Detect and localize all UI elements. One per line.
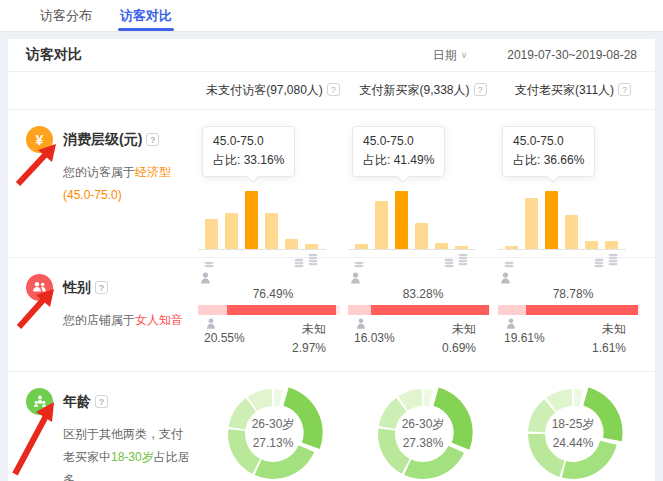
consumption-chart-new-buyers: 45.0-75.0 占比: 41.49% [348,110,498,269]
highlight-text: 女人知音 [135,313,183,327]
donut-segment[interactable] [379,398,407,429]
gender-bar-legend: 19.61% 未知 1.61% [498,318,640,357]
visitor-compare-card: 访客对比 日期 ∨ 2019-07-30~2019-08-28 未支付访客(97… [8,39,655,481]
female-segment[interactable] [526,305,638,315]
female-segment[interactable] [371,305,489,315]
gender-people-icon [26,274,53,301]
gender-chart-new-buyers: 83.28% 16.03% 未知 0.69% [348,258,498,371]
chart-tooltip: 45.0-75.0 占比: 33.16% [202,126,295,177]
section-title: 性别? [63,279,108,297]
gender-bar[interactable] [198,305,340,315]
gender-chart-repeat-buyers: 78.78% 19.61% 未知 1.61% [498,258,648,371]
tooltip-caret [547,172,558,183]
donut-segment[interactable] [378,429,410,474]
female-icon [198,272,348,286]
donut-segment[interactable] [433,387,472,449]
unknown-stat: 未知 2.97% [292,318,326,357]
help-icon[interactable]: ? [327,83,340,96]
date-range-value[interactable]: 2019-07-30~2019-08-28 [507,48,637,62]
bar[interactable] [285,239,298,249]
male-icon [504,318,545,331]
male-stat: 20.55% [204,318,245,357]
bar[interactable] [395,191,408,249]
bar[interactable] [375,201,388,249]
help-icon[interactable]: ? [618,83,631,96]
tab-visitor-distribution[interactable]: 访客分布 [40,0,92,31]
section-consumption-level: ¥ 消费层级(元)? 您的访客属于经济型(45.0-75.0) 45.0-75.… [8,110,655,258]
tab-label: 访客对比 [120,7,172,25]
female-icon [498,272,648,286]
bar[interactable] [205,219,218,249]
unknown-segment[interactable] [336,305,340,315]
column-header-new-buyers: 支付新买家(9,338人)? [348,82,498,99]
donut-segment[interactable] [574,389,583,407]
page-title: 访客对比 [26,46,82,64]
bar-chart[interactable] [498,186,626,250]
section-description: 您的店铺属于女人知音 [63,309,191,332]
male-segment[interactable] [498,305,526,315]
bar[interactable] [305,244,318,249]
bar[interactable] [225,213,238,249]
bar[interactable] [565,215,578,249]
donut-segment[interactable] [528,434,565,477]
chevron-down-icon[interactable]: ∨ [461,50,468,60]
donut-segment[interactable] [424,389,433,407]
tab-label: 访客分布 [40,7,92,25]
bar[interactable] [245,191,258,249]
date-filter-label[interactable]: 日期 [433,47,457,64]
unknown-segment[interactable] [638,305,640,315]
gender-bar-legend: 20.55% 未知 2.97% [198,318,340,357]
column-headers: 未支付访客(97,080人)? 支付新买家(9,338人)? 支付老买家(311… [8,72,655,110]
section-gender: 性别? 您的店铺属于女人知音 76.49% 20.55% [8,258,655,372]
bar-chart[interactable] [348,186,476,250]
active-tab-underline [118,28,174,31]
bar[interactable] [435,243,448,249]
help-icon[interactable]: ? [95,395,108,408]
donut-segment[interactable] [583,387,622,441]
female-stat: 76.49% [198,272,348,301]
unknown-segment[interactable] [489,305,490,315]
donut-segment[interactable] [562,441,617,479]
male-icon [354,318,395,331]
consumption-chart-repeat-buyers: 45.0-75.0 占比: 36.66% [498,110,648,269]
help-icon[interactable]: ? [146,133,159,146]
donut-chart[interactable]: 18-25岁 24.44% [523,384,623,481]
bar[interactable] [585,241,598,249]
bar-chart[interactable] [198,186,326,250]
age-family-icon [26,388,53,415]
chart-tooltip: 45.0-75.0 占比: 41.49% [352,126,445,177]
donut-chart[interactable]: 26-30岁 27.13% [223,384,323,481]
donut-segment[interactable] [255,445,315,479]
male-segment[interactable] [198,305,227,315]
help-icon[interactable]: ? [474,83,487,96]
age-chart-unpaid: 26-30岁 27.13% [198,372,348,481]
bar[interactable] [355,244,368,249]
bar[interactable] [605,241,618,249]
donut-segment[interactable] [404,446,464,479]
female-segment[interactable] [227,305,336,315]
gender-bar[interactable] [348,305,490,315]
donut-chart[interactable]: 26-30岁 27.38% [373,384,473,481]
gender-bar[interactable] [498,305,640,315]
highlight-text: 18-30岁 [111,450,154,464]
bar[interactable] [545,191,558,249]
bar[interactable] [525,198,538,249]
tooltip-caret [397,172,408,183]
donut-segment[interactable] [528,399,555,432]
bar[interactable] [415,223,428,249]
donut-segment[interactable] [229,398,257,429]
tab-visitor-compare[interactable]: 访客对比 [120,0,172,31]
female-icon [348,272,498,286]
tab-bar: 访客分布 访客对比 [0,0,663,32]
bar[interactable] [265,213,278,249]
section-description: 您的访客属于经济型(45.0-75.0) [63,161,191,207]
female-stat: 83.28% [348,272,498,301]
male-segment[interactable] [348,305,371,315]
donut-segment[interactable] [274,389,283,407]
donut-segment[interactable] [283,387,322,449]
bar[interactable] [455,246,468,249]
gender-chart-unpaid: 76.49% 20.55% 未知 2.97% [198,258,348,371]
help-icon[interactable]: ? [95,281,108,294]
bar[interactable] [505,246,518,249]
donut-segment[interactable] [228,429,260,474]
